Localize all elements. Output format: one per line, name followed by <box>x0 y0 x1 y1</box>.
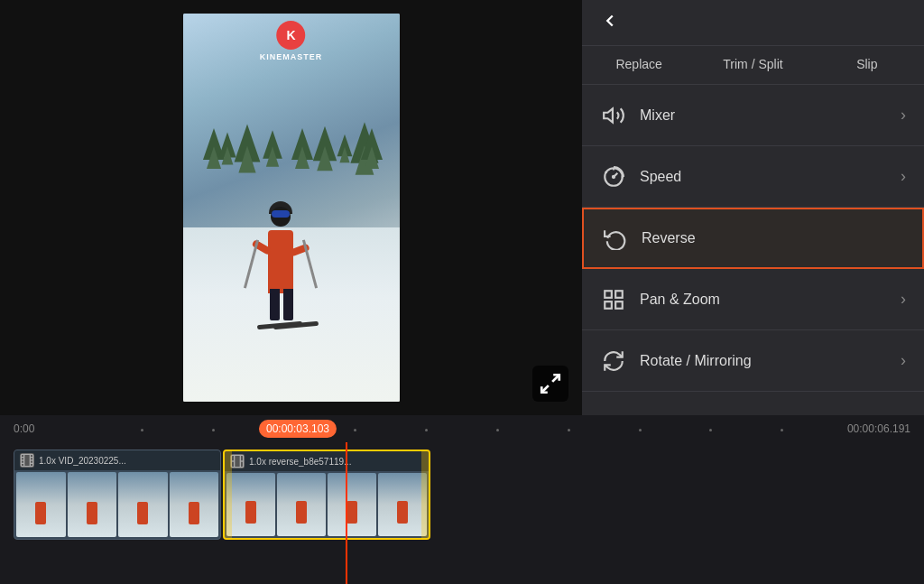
svg-rect-11 <box>615 301 623 309</box>
svg-marker-2 <box>604 108 613 122</box>
rotate-mirroring-label: Rotate / Mirroring <box>640 353 901 369</box>
thumb-8 <box>378 473 427 536</box>
clip-1-label: 1.0x VID_20230225... <box>39 456 126 466</box>
menu-item-reverse[interactable]: Reverse <box>582 208 924 269</box>
main-area: K KINEMASTER Repl <box>0 0 924 415</box>
preview-panel: K KINEMASTER <box>0 0 582 415</box>
menu-item-rotate-mirroring[interactable]: Rotate / Mirroring › <box>582 330 924 392</box>
back-header <box>582 0 924 46</box>
tab-slip[interactable]: Slip <box>810 46 924 84</box>
clip-1-header: 1.0x VID_20230225... <box>14 450 220 470</box>
svg-line-7 <box>605 171 607 173</box>
thumb-7 <box>328 473 376 536</box>
clip-2-thumbnails <box>225 471 429 538</box>
clip-2-end-handle[interactable] <box>421 451 429 538</box>
svg-rect-8 <box>605 291 612 298</box>
rotate-mirroring-chevron: › <box>901 351 906 370</box>
timeline-area: 0:00 00:00:03.103 00:00:06.191 <box>0 415 924 584</box>
thumb-4 <box>170 472 219 537</box>
right-panel: Replace Trim / Split Slip Mixer › <box>582 0 924 415</box>
kinemaster-logo: K KINEMASTER <box>260 21 323 61</box>
skier-figure <box>268 230 293 293</box>
clip-2-label: 1.0x reverse_b8e57119... <box>249 457 351 467</box>
track-clip-1[interactable]: 1.0x VID_20230225... <box>14 450 221 540</box>
clip-2-film-icon <box>230 454 245 468</box>
pan-zoom-label: Pan & Zoom <box>640 292 901 308</box>
thumb-2 <box>68 472 117 537</box>
menu-item-mixer[interactable]: Mixer › <box>582 85 924 146</box>
track-clip-2[interactable]: 1.0x reverse_b8e57119... <box>223 450 430 540</box>
time-current: 00:00:03.103 <box>259 420 337 438</box>
mixer-label: Mixer <box>640 107 901 124</box>
thumb-1 <box>16 472 66 537</box>
tab-replace[interactable]: Replace <box>582 46 696 84</box>
svg-rect-10 <box>605 301 612 309</box>
timeline-tracks: 1.0x VID_20230225... <box>0 442 924 584</box>
thumb-5 <box>226 473 275 536</box>
time-end: 00:00:06.191 <box>847 422 910 435</box>
clip-2-header: 1.0x reverse_b8e57119... <box>225 451 429 471</box>
video-preview: K KINEMASTER <box>183 14 400 402</box>
speed-label: Speed <box>640 169 901 185</box>
mixer-chevron: › <box>901 106 906 125</box>
fullscreen-button[interactable] <box>532 366 568 402</box>
playhead <box>346 442 347 584</box>
speed-icon <box>600 163 627 190</box>
pan-zoom-chevron: › <box>901 290 906 309</box>
clip-1-film-icon <box>20 453 34 468</box>
km-logo-circle: K <box>276 21 305 50</box>
time-start: 0:00 <box>14 422 34 435</box>
speed-chevron: › <box>901 167 906 186</box>
tab-trim-split[interactable]: Trim / Split <box>696 46 809 84</box>
tabs-row: Replace Trim / Split Slip <box>582 46 924 85</box>
km-logo-text: KINEMASTER <box>260 52 323 61</box>
back-button[interactable] <box>600 11 620 34</box>
menu-item-speed[interactable]: Speed › <box>582 146 924 208</box>
reverse-label: Reverse <box>642 230 904 246</box>
pan-zoom-icon <box>600 286 627 313</box>
clip-2-start-handle[interactable] <box>225 451 232 538</box>
menu-items-list: Mixer › Speed › <box>582 85 924 415</box>
timeline-ruler: 0:00 00:00:03.103 00:00:06.191 <box>0 415 924 442</box>
reverse-icon <box>602 225 629 252</box>
svg-rect-9 <box>615 291 623 298</box>
thumb-6 <box>277 473 326 536</box>
clip-1-thumbnails <box>14 470 220 539</box>
mixer-icon <box>600 102 627 129</box>
rotate-mirroring-icon <box>600 348 627 375</box>
menu-item-pan-zoom[interactable]: Pan & Zoom › <box>582 269 924 330</box>
thumb-3 <box>118 472 168 537</box>
